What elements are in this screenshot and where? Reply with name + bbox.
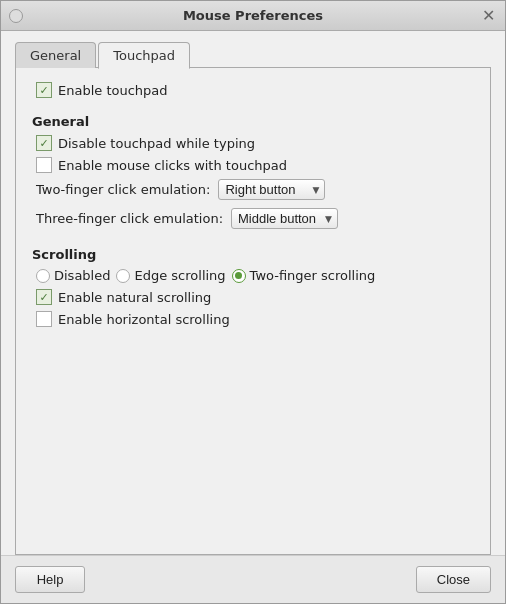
- mouse-clicks-checkbox[interactable]: [36, 157, 52, 173]
- three-finger-select[interactable]: Disabled Right button Middle button: [231, 208, 338, 229]
- disable-while-typing-checkbox[interactable]: [36, 135, 52, 151]
- scrolling-section-title: Scrolling: [32, 247, 474, 262]
- three-finger-row: Three-finger click emulation: Disabled R…: [32, 208, 474, 229]
- touchpad-panel: Enable touchpad General Disable touchpad…: [15, 67, 491, 555]
- natural-scrolling-row: Enable natural scrolling: [32, 289, 474, 305]
- scroll-options-row: Disabled Edge scrolling Two-finger scrol…: [32, 268, 474, 283]
- scroll-edge-radio[interactable]: [116, 269, 130, 283]
- mouse-clicks-row: Enable mouse clicks with touchpad: [32, 157, 474, 173]
- help-button[interactable]: Help: [15, 566, 85, 593]
- two-finger-label: Two-finger click emulation:: [36, 182, 210, 197]
- titlebar-left: [9, 9, 23, 23]
- disable-while-typing-row: Disable touchpad while typing: [32, 135, 474, 151]
- titlebar-minimize-btn[interactable]: [9, 9, 23, 23]
- horizontal-scrolling-row: Enable horizontal scrolling: [32, 311, 474, 327]
- tab-general[interactable]: General: [15, 42, 96, 68]
- titlebar: Mouse Preferences ✕: [1, 1, 505, 31]
- horizontal-scrolling-checkbox[interactable]: [36, 311, 52, 327]
- content-area: General Touchpad Enable touchpad General…: [1, 31, 505, 555]
- window-title: Mouse Preferences: [183, 8, 323, 23]
- two-finger-row: Two-finger click emulation: Disabled Rig…: [32, 179, 474, 200]
- close-button[interactable]: Close: [416, 566, 491, 593]
- two-finger-select[interactable]: Disabled Right button Middle button: [218, 179, 325, 200]
- tab-bar: General Touchpad: [15, 41, 491, 68]
- tab-touchpad[interactable]: Touchpad: [98, 42, 190, 69]
- scroll-disabled-radio[interactable]: [36, 269, 50, 283]
- scroll-two-finger-radio[interactable]: [232, 269, 246, 283]
- general-section-title: General: [32, 114, 474, 129]
- three-finger-label: Three-finger click emulation:: [36, 211, 223, 226]
- footer: Help Close: [1, 555, 505, 603]
- enable-touchpad-label[interactable]: Enable touchpad: [36, 82, 168, 98]
- window: Mouse Preferences ✕ General Touchpad Ena…: [0, 0, 506, 604]
- three-finger-select-wrapper: Disabled Right button Middle button: [231, 208, 338, 229]
- titlebar-close-btn[interactable]: ✕: [480, 8, 497, 24]
- disable-while-typing-label[interactable]: Disable touchpad while typing: [36, 135, 255, 151]
- horizontal-scrolling-label[interactable]: Enable horizontal scrolling: [36, 311, 230, 327]
- scroll-edge-option[interactable]: Edge scrolling: [116, 268, 225, 283]
- natural-scrolling-label[interactable]: Enable natural scrolling: [36, 289, 211, 305]
- two-finger-select-wrapper: Disabled Right button Middle button: [218, 179, 325, 200]
- natural-scrolling-checkbox[interactable]: [36, 289, 52, 305]
- enable-touchpad-row: Enable touchpad: [32, 82, 474, 98]
- mouse-clicks-label[interactable]: Enable mouse clicks with touchpad: [36, 157, 287, 173]
- scroll-disabled-option[interactable]: Disabled: [36, 268, 110, 283]
- scroll-two-finger-option[interactable]: Two-finger scrolling: [232, 268, 376, 283]
- enable-touchpad-checkbox[interactable]: [36, 82, 52, 98]
